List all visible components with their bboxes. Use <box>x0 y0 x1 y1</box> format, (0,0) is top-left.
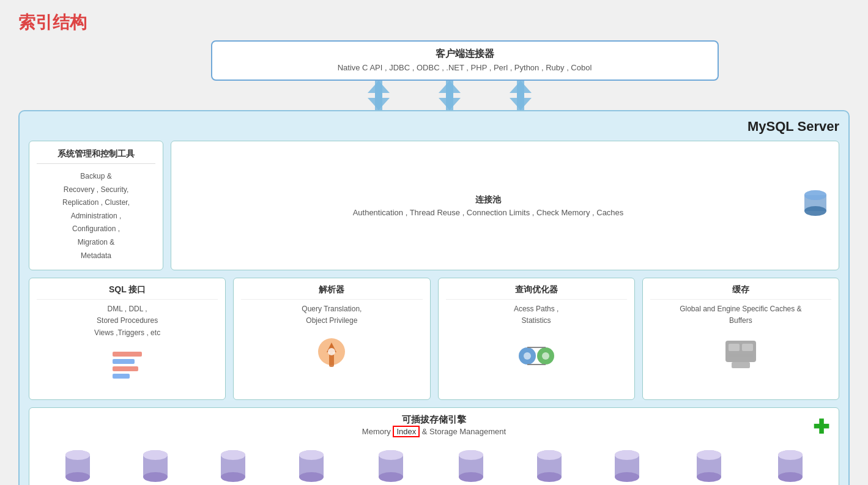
mysql-server-box: MySQL Server 系统管理和控制工具 Backup &Recovery … <box>18 110 850 485</box>
svg-point-48 <box>379 450 403 460</box>
engine-myisam: MyISAM <box>141 446 170 485</box>
svg-point-40 <box>221 450 245 460</box>
svg-point-52 <box>459 450 483 460</box>
storage-index-highlight: Index <box>393 426 420 437</box>
cylinder-federated <box>376 446 406 483</box>
engine-custom: Custom <box>776 446 805 485</box>
parser-desc: Query Translation,Object Privilege <box>241 303 422 327</box>
sql-interface-title: SQL 接口 <box>37 284 218 300</box>
svg-point-17 <box>328 348 335 355</box>
cylinder-partner <box>612 446 642 483</box>
sys-mgmt-content: Backup &Recovery , Security,Replication … <box>37 170 155 262</box>
main-container: 客户端连接器 Native C API , JDBC , ODBC , .NET… <box>18 40 850 485</box>
arrows-area <box>49 81 850 110</box>
conn-pool-box: 连接池 Authentication , Thread Reuse , Conn… <box>171 141 839 270</box>
svg-marker-3 <box>439 81 461 110</box>
top-row: 系统管理和控制工具 Backup &Recovery , Security,Re… <box>29 141 839 270</box>
sql-interface-desc: DML , DDL ,Stored ProceduresViews ,Trigg… <box>37 303 218 339</box>
storage-subtitle-after: & Storage Management <box>420 427 506 436</box>
sql-icon <box>109 349 145 384</box>
svg-point-39 <box>221 472 245 482</box>
svg-rect-12 <box>113 366 138 371</box>
cylinder-innodb <box>63 446 92 483</box>
cylinder-archive <box>297 446 326 483</box>
svg-rect-28 <box>732 362 750 368</box>
conn-pool-inner: 连接池 Authentication , Thread Reuse , Conn… <box>180 194 796 217</box>
optimizer-desc: Acess Paths ,Statistics <box>446 303 627 327</box>
optimizer-title: 查询优化器 <box>446 284 627 300</box>
svg-point-20 <box>524 352 531 360</box>
svg-point-8 <box>804 206 826 216</box>
middle-row: SQL 接口 DML , DDL ,Stored ProceduresViews… <box>29 278 839 400</box>
svg-marker-1 <box>368 81 390 110</box>
optimizer-icon <box>515 338 558 371</box>
storage-subtitle-before: Memory <box>362 427 393 436</box>
svg-point-63 <box>697 472 721 482</box>
storage-section: 可插拔存储引擎 Memory Index & Storage Managemen… <box>29 407 839 485</box>
engine-memory: Memory <box>456 446 486 485</box>
cylinder-merge <box>535 446 564 483</box>
svg-point-64 <box>697 450 721 460</box>
engine-community: Community <box>690 446 727 485</box>
arrow-1 <box>368 81 390 110</box>
svg-point-60 <box>615 450 639 460</box>
engine-archive: Archive <box>297 446 326 485</box>
cylinder-custom <box>776 446 805 483</box>
parser-box: 解析器 Query Translation,Object Privilege <box>233 278 430 400</box>
parser-icon-area <box>241 333 422 376</box>
svg-point-32 <box>65 450 90 460</box>
page-title: 索引结构 <box>0 0 868 40</box>
svg-marker-5 <box>510 81 532 110</box>
svg-rect-11 <box>113 359 135 364</box>
parser-icon <box>313 336 350 373</box>
conn-pool-content: Authentication , Thread Reuse , Connecti… <box>180 208 796 217</box>
conn-pool-icon <box>802 188 829 224</box>
engine-innodb: InnoDB <box>63 446 92 485</box>
sql-interface-box: SQL 接口 DML , DDL ,Stored ProceduresViews… <box>29 278 226 400</box>
cylinder-community <box>694 446 724 483</box>
svg-point-67 <box>778 472 803 482</box>
cache-title: 缓存 <box>650 284 831 300</box>
svg-point-44 <box>299 450 324 460</box>
engine-federated: Federated <box>374 446 408 485</box>
svg-point-21 <box>542 352 549 360</box>
client-connector-subtitle: Native C API , JDBC , ODBC , .NET , PHP … <box>224 63 705 72</box>
engine-ndb: NDB <box>218 446 248 485</box>
svg-point-9 <box>804 190 826 200</box>
cylinder-myisam <box>141 446 170 483</box>
engine-merge: Merge <box>535 446 564 485</box>
svg-point-55 <box>537 472 562 482</box>
svg-point-56 <box>537 450 562 460</box>
cache-icon <box>722 338 759 371</box>
sys-mgmt-box: 系统管理和控制工具 Backup &Recovery , Security,Re… <box>29 141 163 270</box>
cylinder-ndb <box>218 446 248 483</box>
conn-pool-title: 连接池 <box>180 194 796 205</box>
sql-interface-icon-area <box>37 345 218 388</box>
svg-point-59 <box>615 472 639 482</box>
arrow-2 <box>439 81 461 110</box>
optimizer-icon-area <box>446 333 627 376</box>
cache-desc: Global and Engine Specific Caches &Buffe… <box>650 303 831 327</box>
mysql-server-title: MySQL Server <box>29 119 839 135</box>
client-connector-title: 客户端连接器 <box>224 48 705 61</box>
svg-point-47 <box>379 472 403 482</box>
plus-icon: ✚ <box>813 415 829 439</box>
svg-point-35 <box>143 472 168 482</box>
svg-rect-26 <box>742 344 753 351</box>
svg-point-51 <box>459 472 483 482</box>
storage-title: 可插拔存储引擎 <box>39 414 829 426</box>
optimizer-box: 查询优化器 Acess Paths ,Statistics <box>438 278 635 400</box>
cache-icon-area <box>650 333 831 376</box>
arrow-3 <box>510 81 532 110</box>
cylinder-memory <box>456 446 486 483</box>
cache-box: 缓存 Global and Engine Specific Caches &Bu… <box>642 278 839 400</box>
svg-point-36 <box>143 450 168 460</box>
storage-engines-row: InnoDB MyISAM <box>39 443 829 485</box>
svg-rect-10 <box>113 352 142 357</box>
sys-mgmt-title: 系统管理和控制工具 <box>37 149 155 164</box>
svg-point-43 <box>299 472 324 482</box>
svg-rect-27 <box>729 354 753 357</box>
engine-partner: Partner <box>612 446 642 485</box>
client-connector-box: 客户端连接器 Native C API , JDBC , ODBC , .NET… <box>211 40 719 81</box>
svg-point-31 <box>65 472 90 482</box>
